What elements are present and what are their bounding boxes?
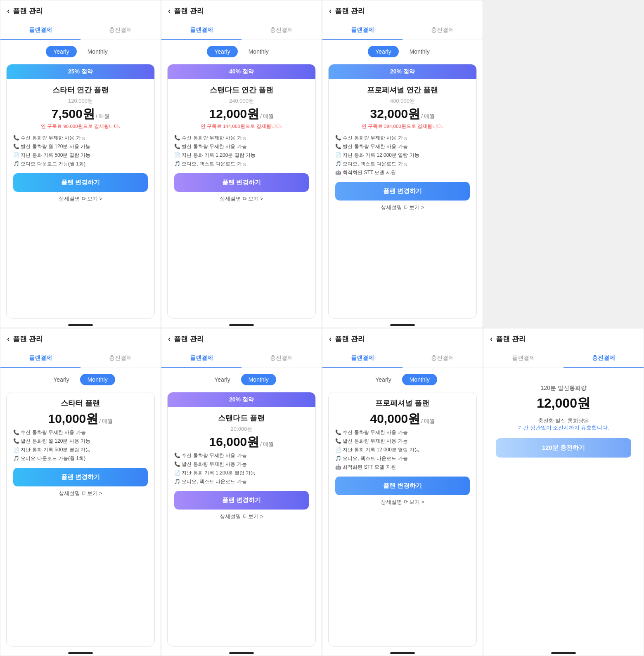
- back-icon[interactable]: ‹: [168, 335, 170, 343]
- detail-link[interactable]: 상세설명 더보기 >: [174, 195, 309, 206]
- price-unit: / 매월: [421, 418, 435, 425]
- toggle-row: YearlyMonthly: [322, 368, 483, 389]
- charge-card: 120분 발신통화량 12,000원 충전한 발신 통화량은 기간 상관없이 소…: [489, 375, 638, 643]
- toggle-monthly[interactable]: Monthly: [402, 374, 437, 385]
- price-main: 32,000원: [370, 106, 421, 123]
- toggle-yearly[interactable]: Yearly: [368, 374, 398, 385]
- toggle-monthly[interactable]: Monthly: [241, 374, 276, 385]
- tab-item-0[interactable]: 플랜결제: [0, 349, 80, 368]
- feature-list: 📞 수신 통화량 무제한 사용 가능📞 발신 통화량 무제한 사용 가능📄 지난…: [174, 451, 309, 486]
- feature-item: 🎵 오디오 다운로드 가능(월 1회): [13, 160, 148, 168]
- toggle-yearly[interactable]: Yearly: [207, 46, 237, 57]
- scroll-indicator: [390, 324, 415, 326]
- back-icon[interactable]: ‹: [329, 335, 331, 343]
- scroll-indicator: [390, 652, 415, 654]
- feature-item: 📞 발신 통화량 무제한 사용 가능: [335, 142, 470, 151]
- tab-item-1[interactable]: 충전결제: [242, 21, 322, 40]
- toggle-monthly[interactable]: Monthly: [241, 46, 276, 57]
- back-icon[interactable]: ‹: [490, 335, 492, 343]
- toggle-row: YearlyMonthly: [0, 368, 161, 389]
- plan-change-button[interactable]: 플랜 변경하기: [335, 477, 470, 495]
- feature-list: 📞 수신 통화량 무제한 사용 가능📞 발신 통화량 무제한 사용 가능📄 지난…: [335, 134, 470, 177]
- toggle-row: YearlyMonthly: [161, 40, 322, 61]
- charge-minute-label: 120분 발신통화량: [496, 385, 631, 392]
- screen-header: ‹ 플랜 관리: [0, 0, 161, 21]
- feature-item: 📄 지난 통화 기록 1,200분 열람 가능: [174, 469, 309, 477]
- feature-item: 📞 발신 통화량 월 120분 사용 가능: [13, 142, 148, 151]
- toggle-monthly[interactable]: Monthly: [80, 46, 115, 57]
- plan-card-body: 스탠다드 연간 플랜240,000원 12,000원 / 매월 연 구독료 14…: [168, 79, 315, 210]
- plan-change-button[interactable]: 플랜 변경하기: [13, 468, 148, 486]
- price-row: 16,000원 / 매월: [174, 434, 309, 451]
- feature-item: 🤖 최적화된 STT 모델 지원: [335, 168, 470, 177]
- feature-item: 🎵 오디오 다운로드 가능(월 1회): [13, 454, 148, 463]
- toggle-yearly[interactable]: Yearly: [368, 46, 398, 57]
- toggle-yearly[interactable]: Yearly: [46, 374, 76, 385]
- toggle-yearly[interactable]: Yearly: [207, 374, 237, 385]
- plan-card-body: 프로페셔널 플랜 40,000원 / 매월 📞 수신 통화량 무제한 사용 가능…: [329, 392, 476, 513]
- price-main: 7,500원: [52, 106, 95, 123]
- tab-item-0[interactable]: 플랜결제: [161, 349, 242, 368]
- price-main: 16,000원: [209, 434, 260, 451]
- tab-item-0[interactable]: 플랜결제: [483, 349, 564, 368]
- header-title: 플랜 관리: [174, 334, 204, 344]
- screen-screen1: ‹ 플랜 관리플랜결제충전결제YearlyMonthly25% 절약스타터 연간…: [0, 0, 161, 328]
- plan-change-button[interactable]: 플랜 변경하기: [13, 173, 148, 192]
- scroll-indicator: [68, 652, 93, 654]
- feature-item: 🎵 오디오, 텍스트 다운로드 가능: [174, 477, 309, 486]
- plan-change-button[interactable]: 플랜 변경하기: [174, 491, 309, 510]
- charge-price: 12,000원: [496, 394, 631, 413]
- tab-item-1[interactable]: 충전결제: [402, 349, 483, 368]
- plan-badge: 25% 절약: [7, 64, 154, 79]
- back-icon[interactable]: ‹: [329, 7, 331, 15]
- back-icon[interactable]: ‹: [7, 7, 9, 15]
- toggle-monthly[interactable]: Monthly: [402, 46, 437, 57]
- header-title: 플랜 관리: [335, 6, 365, 16]
- detail-link[interactable]: 상세설명 더보기 >: [335, 204, 470, 215]
- back-icon[interactable]: ‹: [168, 7, 170, 15]
- tab-item-0[interactable]: 플랜결제: [0, 21, 80, 40]
- back-icon[interactable]: ‹: [7, 335, 9, 343]
- screen-header: ‹ 플랜 관리: [483, 328, 644, 349]
- feature-list: 📞 수신 통화량 무제한 사용 가능📞 발신 통화량 무제한 사용 가능📄 지난…: [174, 134, 309, 168]
- tab-item-1[interactable]: 충전결제: [242, 349, 322, 368]
- tab-item-1[interactable]: 충전결제: [564, 349, 644, 368]
- toggle-row: YearlyMonthly: [322, 40, 483, 61]
- detail-link[interactable]: 상세설명 더보기 >: [13, 195, 148, 206]
- screen-screen5: ‹ 플랜 관리플랜결제충전결제YearlyMonthly20% 절약스탠다드 플…: [161, 328, 322, 656]
- price-unit: / 매월: [260, 113, 274, 120]
- original-price: 120,000원: [13, 97, 148, 105]
- plan-change-button[interactable]: 플랜 변경하기: [174, 173, 309, 192]
- feature-item: 📄 지난 통화 기록 500분 열람 가능: [13, 151, 148, 160]
- price-main: 10,000원: [48, 411, 99, 427]
- detail-link[interactable]: 상세설명 더보기 >: [13, 490, 148, 500]
- tab-item-0[interactable]: 플랜결제: [322, 21, 402, 40]
- scroll-indicator: [229, 324, 254, 326]
- screen-header: ‹ 플랜 관리: [322, 328, 483, 349]
- tab-item-1[interactable]: 충전결제: [402, 21, 483, 40]
- price-main: 40,000원: [370, 411, 421, 427]
- feature-item: 🎵 오디오, 텍스트 다운로드 가능: [174, 160, 309, 168]
- tab-item-0[interactable]: 플랜결제: [322, 349, 402, 368]
- scroll-indicator: [551, 652, 576, 654]
- toggle-yearly[interactable]: Yearly: [46, 46, 76, 57]
- charge-button[interactable]: 120분 충전하기: [496, 438, 631, 458]
- feature-item: 📞 발신 통화량 무제한 사용 가능: [174, 460, 309, 469]
- toggle-monthly[interactable]: Monthly: [80, 374, 115, 385]
- plan-change-button[interactable]: 플랜 변경하기: [335, 182, 470, 201]
- screen-screen3: ‹ 플랜 관리플랜결제충전결제YearlyMonthly20% 절약프로페셔널 …: [322, 0, 483, 328]
- tab-bar: 플랜결제충전결제: [483, 349, 644, 368]
- tab-bar: 플랜결제충전결제: [322, 349, 483, 368]
- plan-badge: 20% 절약: [168, 392, 315, 407]
- plan-badge: 20% 절약: [329, 64, 476, 79]
- feature-item: 📞 수신 통화량 무제한 사용 가능: [335, 428, 470, 437]
- tab-bar: 플랜결제충전결제: [161, 21, 322, 40]
- screen-header: ‹ 플랜 관리: [161, 328, 322, 349]
- tab-item-1[interactable]: 충전결제: [80, 349, 161, 368]
- tab-item-0[interactable]: 플랜결제: [161, 21, 242, 40]
- scroll-indicator: [68, 324, 93, 326]
- tab-bar: 플랜결제충전결제: [322, 21, 483, 40]
- detail-link[interactable]: 상세설명 더보기 >: [335, 498, 470, 509]
- detail-link[interactable]: 상세설명 더보기 >: [174, 513, 309, 524]
- tab-item-1[interactable]: 충전결제: [80, 21, 161, 40]
